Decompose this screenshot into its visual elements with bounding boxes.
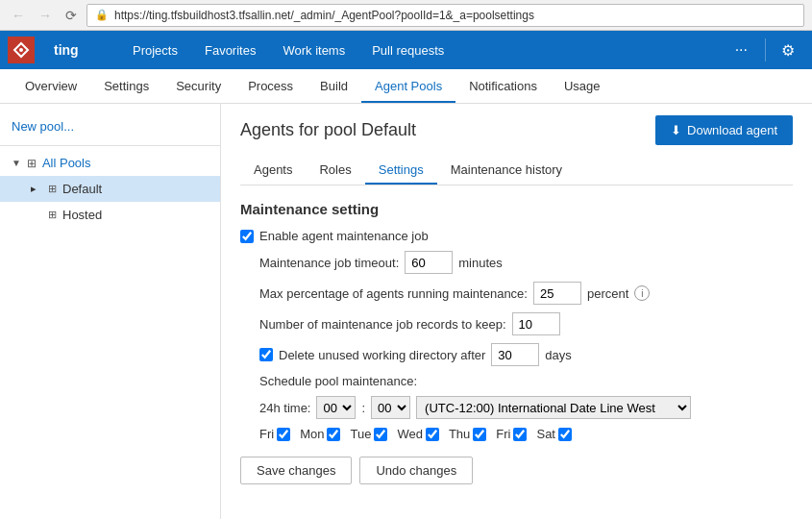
fri2-label: Fri xyxy=(496,427,510,441)
max-percentage-input[interactable]: 25 xyxy=(533,282,581,305)
delete-dir-input[interactable]: 30 xyxy=(491,343,539,366)
download-icon: ⬇ xyxy=(671,123,681,137)
pools-icon: ⊞ xyxy=(27,157,37,170)
num-records-row: Number of maintenance job records to kee… xyxy=(259,312,793,335)
num-records-label: Number of maintenance job records to kee… xyxy=(259,317,506,332)
max-percentage-unit: percent xyxy=(587,286,628,301)
fri-checkbox[interactable] xyxy=(277,428,290,441)
svg-point-0 xyxy=(19,48,23,52)
info-icon[interactable]: i xyxy=(634,285,650,301)
delete-dir-checkbox[interactable] xyxy=(259,348,273,361)
back-button[interactable]: ← xyxy=(8,6,29,25)
days-row: Fri Mon Tue Wed xyxy=(259,427,793,441)
minute-select[interactable]: 00 15 30 45 xyxy=(371,396,410,419)
page-header: Agents for pool Default ⬇ Download agent xyxy=(240,115,793,145)
settings-icon[interactable]: ⚙ xyxy=(772,41,804,60)
app-title: ting xyxy=(42,42,119,58)
thu-label: Thu xyxy=(449,427,470,441)
day-mon: Mon xyxy=(300,427,340,441)
nav-item-projects[interactable]: Projects xyxy=(119,31,191,69)
schedule-section: Schedule pool maintenance: 24h time: 00 … xyxy=(240,374,793,441)
sec-nav-settings[interactable]: Settings xyxy=(90,71,162,103)
address-bar: 🔒 https://ting.tfsbuildhost3.tfsallin.ne… xyxy=(86,4,804,27)
page-title: Agents for pool Default xyxy=(240,120,416,140)
refresh-button[interactable]: ⟳ xyxy=(62,6,81,25)
nav-item-favorites[interactable]: Favorites xyxy=(191,31,269,69)
sec-nav-build[interactable]: Build xyxy=(307,71,361,103)
nav-more-button[interactable]: ··· xyxy=(724,41,759,59)
timeout-row: Maintenance job timeout: 60 minutes xyxy=(259,251,793,274)
num-records-input[interactable]: 10 xyxy=(512,312,560,335)
pool-icon: ⊞ xyxy=(48,183,57,195)
sec-nav-agent-pools[interactable]: Agent Pools xyxy=(361,71,455,103)
sec-nav-overview[interactable]: Overview xyxy=(12,71,90,103)
timeout-input[interactable]: 60 xyxy=(405,251,453,274)
sub-tab-agents[interactable]: Agents xyxy=(240,157,306,185)
main-layout: New pool... ▼ ⊞ All Pools ▸ ⊞ Default ⊞ … xyxy=(0,104,812,519)
fri2-checkbox[interactable] xyxy=(513,428,527,441)
sidebar: New pool... ▼ ⊞ All Pools ▸ ⊞ Default ⊞ … xyxy=(0,104,221,519)
mon-checkbox[interactable] xyxy=(327,428,340,441)
undo-changes-button[interactable]: Undo changes xyxy=(359,457,473,484)
item-toggle-hosted xyxy=(31,210,40,221)
browser-bar: ← → ⟳ 🔒 https://ting.tfsbuildhost3.tfsal… xyxy=(0,0,812,31)
day-sat: Sat xyxy=(536,427,572,441)
delete-dir-unit: days xyxy=(545,348,571,362)
time-label: 24h time: xyxy=(259,401,310,415)
sec-nav-usage[interactable]: Usage xyxy=(551,71,614,103)
time-colon: : xyxy=(361,401,365,415)
sidebar-item-default[interactable]: ▸ ⊞ Default xyxy=(0,176,220,202)
fri-label: Fri xyxy=(259,427,274,441)
sidebar-divider xyxy=(0,145,220,146)
nav-divider xyxy=(765,38,766,62)
timezone-select[interactable]: (UTC-12:00) International Date Line West… xyxy=(416,396,691,419)
thu-checkbox[interactable] xyxy=(473,428,486,441)
nav-items: Projects Favorites Work items Pull reque… xyxy=(119,31,457,69)
day-fri2: Fri xyxy=(496,427,527,441)
max-percentage-label: Max percentage of agents running mainten… xyxy=(259,286,528,301)
day-thu: Thu xyxy=(449,427,486,441)
section-title: Maintenance setting xyxy=(240,201,793,217)
save-changes-button[interactable]: Save changes xyxy=(240,457,352,484)
max-percentage-row: Max percentage of agents running mainten… xyxy=(259,282,793,305)
nav-item-pull-requests[interactable]: Pull requests xyxy=(358,31,457,69)
all-pools-label: All Pools xyxy=(42,156,91,170)
schedule-label-row: Schedule pool maintenance: xyxy=(259,374,793,388)
wed-label: Wed xyxy=(397,427,423,441)
schedule-time-row: 24h time: 00 01 06 12 18 : 00 15 30 45 xyxy=(259,396,793,419)
sec-nav-notifications[interactable]: Notifications xyxy=(455,71,551,103)
mon-label: Mon xyxy=(300,427,324,441)
download-agent-button[interactable]: ⬇ Download agent xyxy=(655,115,793,145)
sec-nav-security[interactable]: Security xyxy=(162,71,234,103)
sub-tab-roles[interactable]: Roles xyxy=(306,157,364,185)
sub-tab-settings[interactable]: Settings xyxy=(365,157,437,185)
sidebar-all-pools[interactable]: ▼ ⊞ All Pools xyxy=(0,150,220,176)
app-logo xyxy=(8,37,35,63)
wed-checkbox[interactable] xyxy=(426,428,439,441)
sec-nav-process[interactable]: Process xyxy=(234,71,307,103)
hour-select[interactable]: 00 01 06 12 18 xyxy=(316,396,356,419)
tue-label: Tue xyxy=(350,427,371,441)
tue-checkbox[interactable] xyxy=(374,428,387,441)
sat-checkbox[interactable] xyxy=(558,428,572,441)
sub-tabs: Agents Roles Settings Maintenance histor… xyxy=(240,157,793,185)
content-area: Agents for pool Default ⬇ Download agent… xyxy=(221,104,812,519)
timeout-label: Maintenance job timeout: xyxy=(259,256,399,270)
sub-tab-maintenance-history[interactable]: Maintenance history xyxy=(437,157,576,185)
forward-button[interactable]: → xyxy=(35,6,56,25)
day-wed: Wed xyxy=(397,427,439,441)
nav-item-work-items[interactable]: Work items xyxy=(269,31,358,69)
secondary-nav: Overview Settings Security Process Build… xyxy=(0,69,812,104)
enable-maintenance-checkbox[interactable] xyxy=(240,230,254,243)
schedule-label: Schedule pool maintenance: xyxy=(259,374,417,388)
delete-dir-row: Delete unused working directory after 30… xyxy=(259,343,793,366)
timeout-unit: minutes xyxy=(458,256,503,270)
delete-dir-label[interactable]: Delete unused working directory after xyxy=(279,348,485,362)
enable-maintenance-label[interactable]: Enable agent maintenance job xyxy=(259,229,429,243)
new-pool-link[interactable]: New pool... xyxy=(0,111,220,141)
sidebar-item-hosted[interactable]: ⊞ Hosted xyxy=(0,202,220,228)
url-text: https://ting.tfsbuildhost3.tfsallin.net/… xyxy=(114,9,534,22)
pool-icon-hosted: ⊞ xyxy=(48,209,57,221)
sat-label: Sat xyxy=(536,427,555,441)
maintenance-section: Maintenance setting Enable agent mainten… xyxy=(240,201,793,484)
